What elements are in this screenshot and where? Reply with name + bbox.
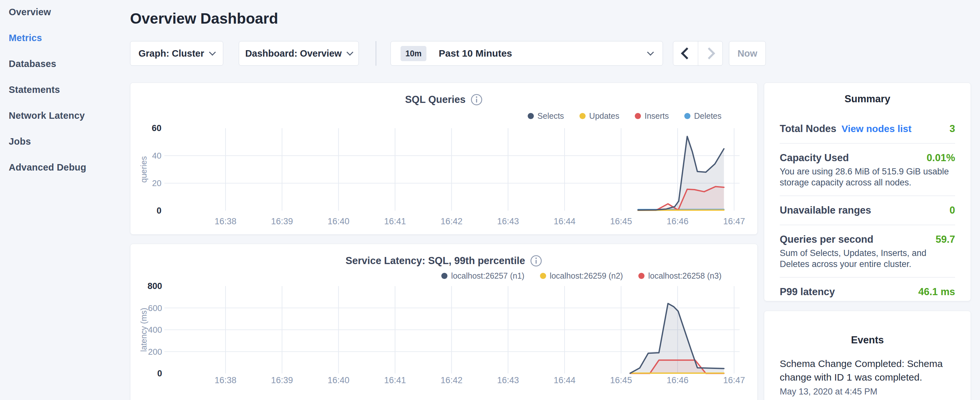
toolbar-divider [375,41,376,66]
x-tick-label: 16:41 [384,375,406,385]
summary-row-value: 59.7 [935,233,955,246]
x-tick-label: 16:39 [271,217,293,226]
summary-row-head: P99 latency46.1 ms [780,285,955,299]
x-tick-label: 16:40 [328,375,350,385]
summary-row: Total NodesView nodes list3 [780,115,955,143]
sql-queries-chart-card: SQL Queries SelectsUpdatesInsertsDeletes… [130,83,758,234]
summary-row-value: 3 [950,122,955,135]
x-tick-label: 16:43 [497,375,519,385]
y-tick-label: 0 [157,206,161,215]
summary-row-head: Unavailable ranges0 [780,204,955,217]
summary-row-value: 0.01% [927,151,955,165]
y-tick-label: 40 [152,151,161,161]
sidebar-item-metrics[interactable]: Metrics [0,25,123,51]
y-tick-label: 400 [148,325,162,335]
x-tick-label: 16:44 [554,375,576,385]
chevron-down-icon [347,49,353,55]
sidebar-item-databases[interactable]: Databases [0,51,123,77]
x-tick-label: 16:46 [667,217,689,226]
summary-row: P99 latency46.1 ms [780,277,955,306]
summary-panel: Summary Total NodesView nodes list3Capac… [764,83,971,301]
summary-row-head: Queries per second59.7 [780,233,955,246]
event-timestamp: May 13, 2020 at 4:45 PM [780,387,955,397]
time-back-button[interactable] [673,41,698,65]
events-title: Events [764,334,970,346]
summary-row-label: Total Nodes [780,122,836,135]
sidebar-item-statements[interactable]: Statements [0,77,123,103]
chevron-right-icon [703,48,715,59]
summary-row-value: 0 [950,204,955,217]
sidebar-item-overview[interactable]: Overview [0,0,123,25]
chart-canvas[interactable]: 16:3816:3916:4016:4116:4216:4316:4416:45… [130,244,757,400]
view-nodes-list-link[interactable]: View nodes list [842,122,912,135]
time-range-label: Past 10 Minutes [439,48,648,59]
x-tick-label: 16:38 [215,217,237,226]
overview-dashboard-page: OverviewMetricsDatabasesStatementsNetwor… [0,0,980,400]
sidebar-item-network-latency[interactable]: Network Latency [0,103,123,129]
y-tick-label: 800 [148,281,162,291]
x-tick-label: 16:38 [215,375,237,385]
summary-row: Queries per second59.7Sum of Selects, Up… [780,225,955,277]
x-tick-label: 16:43 [497,217,519,226]
y-tick-label: 0 [157,369,162,378]
events-list: Schema Change Completed: Schema change w… [764,357,970,397]
events-panel: Events Schema Change Completed: Schema c… [764,311,971,400]
summary-title: Summary [764,93,970,105]
summary-row-label: Unavailable ranges [780,204,871,217]
summary-row-subtext: You are using 28.6 MiB of 515.9 GiB usab… [780,166,955,188]
sidebar: OverviewMetricsDatabasesStatementsNetwor… [0,0,123,400]
summary-rows: Total NodesView nodes list3Capacity Used… [780,115,955,306]
now-button[interactable]: Now [729,41,766,66]
sidebar-nav-list: OverviewMetricsDatabasesStatementsNetwor… [0,0,123,180]
summary-row-head: Capacity Used0.01% [780,151,955,165]
time-forward-button[interactable] [698,41,722,65]
event-text: Schema Change Completed: Schema change w… [780,357,955,384]
chevron-left-icon [681,48,693,59]
time-range-badge: 10m [401,46,426,61]
summary-row: Unavailable ranges0 [780,196,955,225]
page-title: Overview Dashboard [130,10,278,27]
graph-dropdown[interactable]: Graph: Cluster [130,41,223,66]
x-tick-label: 16:47 [723,217,745,226]
dashboard-dropdown[interactable]: Dashboard: Overview [239,41,359,66]
toolbar: Graph: Cluster Dashboard: Overview 10m P… [130,41,766,66]
x-tick-label: 16:42 [441,217,463,226]
event-item[interactable]: Schema Change Completed: Schema change w… [780,357,955,397]
y-tick-label: 60 [152,123,161,133]
y-tick-label: 200 [148,347,162,357]
chevron-down-icon [647,49,654,55]
summary-row: Capacity Used0.01%You are using 28.6 MiB… [780,143,955,196]
x-tick-label: 16:45 [610,217,632,226]
x-tick-label: 16:45 [610,375,632,385]
y-tick-label: 20 [152,178,161,188]
y-axis-title: queries [139,156,148,183]
x-tick-label: 16:40 [328,217,350,226]
dashboard-dropdown-label: Dashboard: Overview [245,48,342,59]
x-tick-label: 16:41 [384,217,406,226]
y-tick-label: 600 [148,303,162,313]
time-step-buttons [673,41,723,66]
chart-canvas[interactable]: 16:3816:3916:4016:4116:4216:4316:4416:45… [130,83,757,234]
x-tick-label: 16:39 [271,375,293,385]
sidebar-item-advanced-debug[interactable]: Advanced Debug [0,155,123,180]
service-latency-chart-card: Service Latency: SQL, 99th percentile lo… [130,244,758,400]
y-axis-title: latency (ms) [139,308,148,352]
time-range-selector[interactable]: 10m Past 10 Minutes [390,41,663,66]
x-tick-label: 16:47 [723,375,745,385]
x-tick-label: 16:44 [554,217,576,226]
graph-dropdown-label: Graph: Cluster [138,48,204,59]
summary-row-head: Total NodesView nodes list3 [780,122,955,135]
summary-row-label: P99 latency [780,285,835,299]
x-tick-label: 16:42 [441,375,463,385]
chevron-down-icon [209,49,216,55]
sidebar-item-jobs[interactable]: Jobs [0,129,123,155]
summary-row-label: Capacity Used [780,151,849,165]
summary-row-label: Queries per second [780,233,873,246]
summary-row-subtext: Sum of Selects, Updates, Inserts, and De… [780,247,955,269]
x-tick-label: 16:46 [667,375,689,385]
summary-row-value: 46.1 ms [918,285,955,299]
